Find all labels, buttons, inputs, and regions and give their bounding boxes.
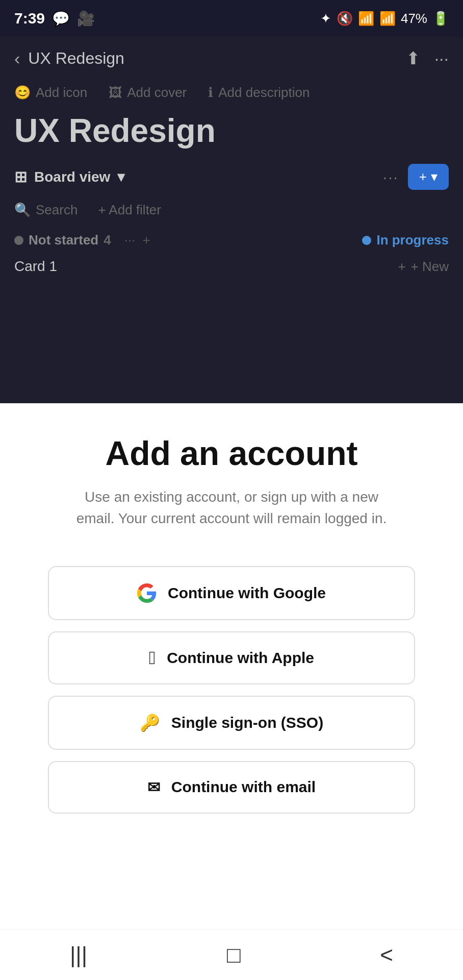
mute-icon: 🔇 — [337, 11, 353, 27]
add-description-btn[interactable]: ℹ Add description — [208, 85, 310, 101]
search-btn[interactable]: 🔍 Search — [14, 202, 78, 218]
col-dots-icon[interactable]: ··· — [124, 232, 136, 248]
col-add-icon[interactable]: + — [142, 232, 150, 248]
email-btn-label: Continue with email — [171, 778, 316, 796]
add-cover-btn[interactable]: 🖼 Add cover — [109, 85, 187, 101]
new-icon: + — [398, 259, 405, 275]
not-started-col: Not started 4 — [14, 232, 111, 248]
app-topbar-title: UX Redesign — [28, 49, 124, 68]
status-left: 7:39 💬 🎥 — [14, 10, 95, 27]
not-started-label: Not started — [29, 232, 98, 248]
emoji-icon: 😊 — [14, 85, 31, 101]
modal-sheet: Add an account Use an existing account, … — [0, 403, 463, 980]
sso-icon: 🔑 — [140, 713, 160, 732]
add-icon-label: Add icon — [36, 85, 87, 101]
status-bar: 7:39 💬 🎥 ✦ 🔇 📶 📶 47% 🔋 — [0, 0, 463, 37]
in-progress-label: In progress — [376, 232, 449, 248]
home-button[interactable]: □ — [212, 937, 256, 973]
messenger-icon: 💬 — [52, 10, 70, 27]
view-chevron: ▾ — [117, 168, 124, 185]
battery-percent: 47% — [401, 11, 427, 27]
apple-icon:  — [149, 649, 156, 667]
cover-icon: 🖼 — [109, 85, 122, 101]
status-right: ✦ 🔇 📶 📶 47% 🔋 — [320, 11, 449, 27]
sso-button[interactable]: 🔑 Single sign-on (SSO) — [48, 696, 415, 750]
add-description-label: Add description — [218, 85, 310, 101]
new-label: + New — [411, 259, 449, 275]
video-icon: 🎥 — [77, 10, 95, 27]
page-title: UX Redesign — [14, 112, 449, 150]
status-time: 7:39 — [14, 10, 45, 27]
battery-icon: 🔋 — [432, 11, 449, 27]
add-chevron: ▾ — [431, 169, 438, 185]
description-icon: ℹ — [208, 85, 213, 101]
wifi-icon: 📶 — [358, 11, 374, 27]
back-icon[interactable]: ‹ — [14, 48, 20, 68]
not-started-count: 4 — [104, 232, 111, 248]
view-right: ··· + ▾ — [383, 164, 449, 190]
bottom-nav: ||| □ < — [0, 929, 463, 980]
add-filter-btn[interactable]: + Add filter — [98, 202, 161, 218]
card-name[interactable]: Card 1 — [14, 258, 57, 275]
in-progress-dot — [362, 236, 371, 245]
view-row: ⊞ Board view ▾ ··· + ▾ — [14, 164, 449, 190]
app-topbar: ‹ UX Redesign ⬆ ··· — [14, 37, 449, 78]
auth-buttons: Continue with Google  Continue with App… — [48, 566, 415, 814]
share-icon[interactable]: ⬆ — [406, 48, 420, 68]
view-label[interactable]: ⊞ Board view ▾ — [14, 168, 124, 186]
not-started-actions[interactable]: ··· + — [124, 232, 150, 248]
in-progress-col: In progress — [362, 232, 449, 248]
bluetooth-icon: ✦ — [320, 11, 331, 27]
view-more-dots[interactable]: ··· — [383, 168, 399, 186]
search-icon: 🔍 — [14, 202, 31, 218]
search-row: 🔍 Search + Add filter — [14, 202, 449, 218]
signal-icon: 📶 — [379, 11, 396, 27]
app-topbar-right: ⬆ ··· — [406, 48, 449, 68]
card-row: Card 1 + + New — [14, 258, 449, 275]
modal-subtitle: Use an existing account, or sign up with… — [68, 486, 395, 529]
apple-btn-label: Continue with Apple — [167, 649, 314, 667]
add-cover-label: Add cover — [127, 85, 187, 101]
app-topbar-left: ‹ UX Redesign — [14, 48, 124, 68]
filter-label: + Add filter — [98, 202, 161, 218]
app-toolbar: 😊 Add icon 🖼 Add cover ℹ Add description — [14, 78, 449, 112]
add-icon: + — [419, 169, 427, 185]
menu-button[interactable]: ||| — [55, 937, 102, 973]
google-btn-label: Continue with Google — [168, 584, 326, 602]
google-icon — [137, 583, 157, 603]
search-placeholder: Search — [36, 202, 78, 218]
view-label-text: Board view — [34, 169, 110, 185]
sso-btn-label: Single sign-on (SSO) — [171, 714, 323, 731]
modal-title: Add an account — [24, 435, 439, 472]
more-icon[interactable]: ··· — [434, 48, 449, 68]
continue-with-apple-button[interactable]:  Continue with Apple — [48, 631, 415, 684]
continue-with-email-button[interactable]: ✉ Continue with email — [48, 761, 415, 814]
not-started-dot — [14, 236, 23, 245]
continue-with-google-button[interactable]: Continue with Google — [48, 566, 415, 620]
board-columns-row: Not started 4 ··· + In progress — [14, 232, 449, 248]
add-view-button[interactable]: + ▾ — [408, 164, 449, 190]
new-card-btn[interactable]: + + New — [398, 259, 449, 275]
app-background: ‹ UX Redesign ⬆ ··· 😊 Add icon 🖼 Add cov… — [0, 37, 463, 403]
email-icon: ✉ — [147, 778, 160, 796]
add-icon-btn[interactable]: 😊 Add icon — [14, 85, 87, 101]
back-button[interactable]: < — [365, 937, 408, 973]
board-view-icon: ⊞ — [14, 168, 27, 186]
